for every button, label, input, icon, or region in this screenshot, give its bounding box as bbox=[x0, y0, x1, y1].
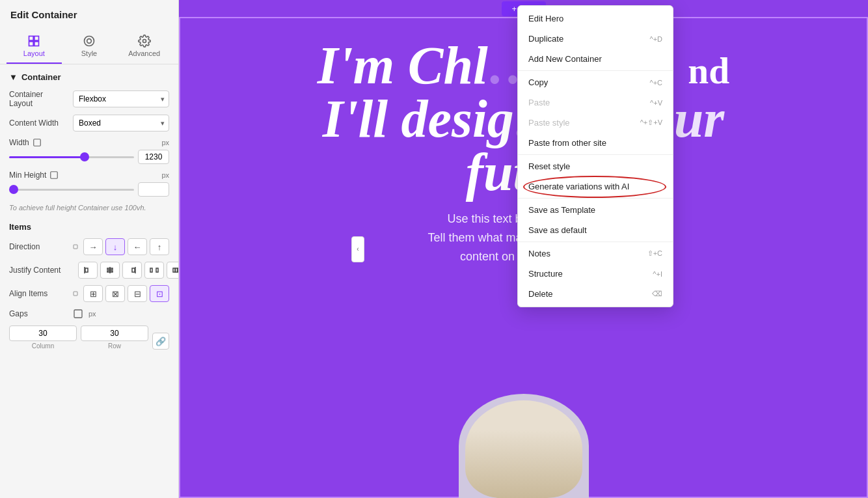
svg-rect-18 bbox=[150, 268, 152, 272]
collapse-panel-btn[interactable]: ‹ bbox=[351, 236, 364, 262]
menu-divider-2 bbox=[518, 154, 673, 155]
min-height-slider[interactable] bbox=[9, 189, 134, 191]
direction-down-btn[interactable]: ↓ bbox=[105, 238, 125, 255]
menu-item-paste-style: Paste style ^+⇧+V bbox=[518, 113, 673, 133]
container-layout-select[interactable]: Flexbox Grid bbox=[73, 90, 169, 107]
svg-rect-2 bbox=[29, 42, 34, 46]
svg-rect-0 bbox=[29, 36, 34, 41]
tab-style-label: Style bbox=[81, 49, 97, 57]
svg-point-5 bbox=[85, 36, 94, 46]
menu-item-notes-shortcut: ⇧+C bbox=[647, 249, 662, 258]
direction-up-btn[interactable]: ↑ bbox=[150, 238, 169, 255]
menu-divider-3 bbox=[518, 198, 673, 199]
menu-item-reset-style-label: Reset style bbox=[528, 161, 570, 171]
width-slider[interactable] bbox=[9, 156, 134, 158]
svg-rect-7 bbox=[33, 139, 40, 146]
justify-space-between-btn[interactable] bbox=[144, 262, 164, 279]
menu-divider-1 bbox=[518, 70, 673, 71]
menu-item-paste-from-other-site-label: Paste from other site bbox=[528, 138, 606, 148]
justify-space-around-btn[interactable] bbox=[167, 262, 178, 279]
add-section-plus: + bbox=[512, 4, 517, 14]
items-section-title: Items bbox=[9, 222, 169, 232]
width-slider-row: 1230 bbox=[9, 150, 169, 164]
gap-column-input[interactable]: 30 bbox=[9, 325, 77, 341]
align-items-label: Align Items bbox=[9, 289, 68, 298]
menu-item-copy-shortcut: ^+C bbox=[649, 79, 662, 87]
gap-link-btn[interactable]: 🔗 bbox=[152, 333, 169, 350]
align-stretch-btn[interactable]: ⊡ bbox=[150, 285, 169, 302]
menu-item-structure-label: Structure bbox=[528, 269, 563, 279]
tab-advanced[interactable]: Advanced bbox=[116, 29, 172, 64]
width-icon bbox=[33, 138, 42, 147]
menu-item-duplicate[interactable]: Duplicate ^+D bbox=[518, 29, 673, 49]
main-canvas: + Edit I'm Chl… nd I'll desig… our fut… … bbox=[179, 0, 868, 498]
gap-row-input[interactable]: 30 bbox=[81, 325, 148, 341]
menu-item-paste-from-other-site[interactable]: Paste from other site bbox=[518, 133, 673, 153]
direction-right-btn[interactable]: → bbox=[83, 238, 103, 255]
width-row: Width px 1230 bbox=[9, 138, 169, 164]
width-label: Width bbox=[9, 138, 42, 147]
menu-item-save-as-default-label: Save as default bbox=[528, 225, 587, 235]
menu-item-duplicate-label: Duplicate bbox=[528, 34, 563, 44]
direction-icon bbox=[73, 242, 78, 252]
justify-center-btn[interactable] bbox=[100, 262, 120, 279]
menu-item-notes[interactable]: Notes ⇧+C bbox=[518, 243, 673, 264]
menu-item-delete[interactable]: Delete ⌫ bbox=[518, 284, 673, 304]
min-height-input[interactable] bbox=[138, 182, 169, 197]
align-end-btn[interactable]: ⊟ bbox=[128, 285, 147, 302]
content-width-select[interactable]: Boxed Full Width bbox=[73, 115, 169, 131]
menu-item-paste: Paste ^+V bbox=[518, 92, 673, 113]
tab-layout[interactable]: Layout bbox=[7, 29, 62, 64]
container-section-title[interactable]: ▼ Container bbox=[9, 72, 169, 82]
menu-item-edit-hero[interactable]: Edit Hero bbox=[518, 8, 673, 29]
align-center-btn[interactable]: ⊠ bbox=[105, 285, 125, 302]
direction-btn-group: → ↓ ← ↑ bbox=[83, 238, 169, 255]
align-items-row: Align Items ⊞ ⊠ ⊟ ⊡ bbox=[9, 285, 169, 302]
svg-point-4 bbox=[87, 39, 92, 44]
width-unit: px bbox=[161, 139, 169, 146]
menu-item-generate-variations-label: Generate variations with AI bbox=[528, 182, 629, 191]
menu-item-add-new-container-label: Add New Container bbox=[528, 54, 602, 64]
justify-start-btn[interactable] bbox=[78, 262, 98, 279]
direction-left-btn[interactable]: ← bbox=[128, 238, 147, 255]
content-width-select-wrapper: Boxed Full Width bbox=[73, 115, 169, 131]
justify-content-row: Justify Content bbox=[9, 262, 169, 279]
portrait-face bbox=[465, 400, 582, 498]
gaps-label: Gaps bbox=[9, 309, 68, 318]
info-text: To achieve full height Container use 100… bbox=[9, 203, 169, 213]
width-header: Width px bbox=[9, 138, 169, 147]
menu-item-save-as-default[interactable]: Save as default bbox=[518, 220, 673, 240]
gap-column-label: Column bbox=[9, 342, 77, 350]
min-height-row: Min Height px bbox=[9, 171, 169, 197]
width-input[interactable]: 1230 bbox=[138, 150, 169, 164]
menu-item-structure[interactable]: Structure ^+I bbox=[518, 264, 673, 284]
min-height-slider-row bbox=[9, 182, 169, 197]
menu-item-add-new-container[interactable]: Add New Container bbox=[518, 49, 673, 69]
menu-item-save-as-template[interactable]: Save as Template bbox=[518, 200, 673, 220]
menu-item-delete-shortcut: ⌫ bbox=[652, 290, 662, 298]
menu-item-notes-label: Notes bbox=[528, 249, 550, 258]
container-layout-row: Container Layout Flexbox Grid bbox=[9, 90, 169, 108]
gaps-row: Gaps px bbox=[9, 309, 169, 319]
menu-item-structure-shortcut: ^+I bbox=[653, 270, 662, 278]
context-menu: Edit Hero Duplicate ^+D Add New Containe… bbox=[517, 5, 673, 307]
align-start-btn[interactable]: ⊞ bbox=[83, 285, 103, 302]
svg-rect-9 bbox=[74, 245, 77, 249]
direction-row: Direction → ↓ ← ↑ bbox=[9, 238, 169, 255]
justify-end-btn[interactable] bbox=[122, 262, 142, 279]
gap-row-field: 30 Row bbox=[81, 325, 148, 350]
menu-item-copy-label: Copy bbox=[528, 77, 548, 87]
tab-layout-label: Layout bbox=[23, 49, 45, 57]
tab-style[interactable]: Style bbox=[62, 29, 117, 64]
left-panel: Edit Container Layout Style Advanced ▼ C… bbox=[0, 0, 179, 498]
menu-item-generate-variations[interactable]: Generate variations with AI bbox=[518, 176, 673, 197]
svg-rect-8 bbox=[51, 172, 58, 179]
gaps-unit: px bbox=[88, 310, 96, 318]
menu-item-paste-style-label: Paste style bbox=[528, 118, 570, 128]
menu-item-save-as-template-label: Save as Template bbox=[528, 205, 595, 215]
svg-rect-3 bbox=[34, 42, 39, 46]
menu-item-paste-label: Paste bbox=[528, 98, 550, 107]
menu-item-copy[interactable]: Copy ^+C bbox=[518, 72, 673, 92]
menu-item-reset-style[interactable]: Reset style bbox=[518, 156, 673, 176]
gap-column-field: 30 Column bbox=[9, 325, 77, 350]
